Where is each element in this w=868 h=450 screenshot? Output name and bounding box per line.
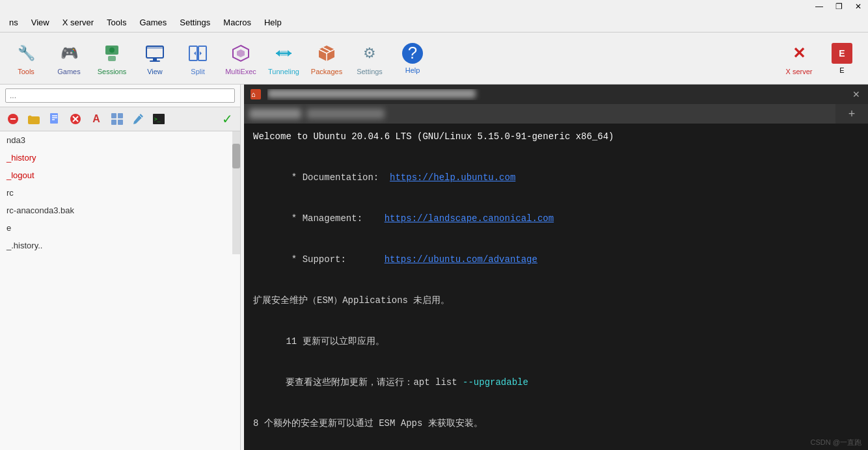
multiexec-icon bbox=[229, 42, 252, 65]
session-search-input[interactable] bbox=[5, 88, 235, 103]
session-tool-text-a[interactable]: A bbox=[87, 110, 105, 128]
terminal-upgradable-flag: --upgradable bbox=[463, 377, 528, 388]
session-item-label: _history bbox=[7, 153, 36, 163]
session-item-label: e bbox=[7, 223, 11, 233]
minimize-button[interactable]: — bbox=[809, 0, 829, 13]
svg-rect-1 bbox=[108, 56, 116, 61]
terminal-mgmt-label: * Management: bbox=[286, 213, 384, 224]
svg-rect-30 bbox=[118, 113, 123, 118]
session-search-area bbox=[0, 85, 240, 107]
terminal-line-empty3 bbox=[253, 308, 859, 321]
terminal-window: ⌂ ✕ + Welcome to Ubuntu 20.04.6 LTS (GNU… bbox=[244, 85, 868, 450]
terminal-doc-link[interactable]: https://help.ubuntu.com bbox=[390, 172, 515, 183]
menu-tools[interactable]: Tools bbox=[100, 15, 133, 30]
svg-rect-5 bbox=[153, 58, 157, 60]
menu-games[interactable]: Games bbox=[133, 15, 173, 30]
tunneling-icon bbox=[272, 42, 295, 65]
toolbar-settings-label: Settings bbox=[357, 68, 383, 75]
session-tool-folder[interactable] bbox=[25, 110, 43, 128]
session-scrollbar-track[interactable] bbox=[232, 131, 240, 254]
svg-rect-15 bbox=[280, 51, 288, 56]
session-item-label: rc bbox=[7, 188, 14, 198]
help-icon: ? bbox=[402, 43, 423, 64]
svg-marker-11 bbox=[200, 51, 202, 55]
terminal-line-doc: * Documentation: https://help.ubuntu.com bbox=[253, 157, 859, 198]
toolbar-extra-button[interactable]: E E bbox=[821, 35, 863, 82]
session-item-label: _logout bbox=[7, 170, 34, 180]
toolbar-multiexec-button[interactable]: MultiExec bbox=[220, 35, 262, 82]
split-icon bbox=[186, 42, 210, 65]
toolbar-multiexec-label: MultiExec bbox=[225, 68, 256, 75]
terminal-header-blurred bbox=[244, 104, 835, 124]
xserver-icon: ✕ bbox=[787, 42, 811, 65]
toolbar-games-button[interactable]: 🎮 Games bbox=[48, 35, 90, 82]
session-tool-close-x[interactable] bbox=[66, 110, 85, 128]
session-item-logout[interactable]: _logout bbox=[0, 166, 240, 184]
close-button[interactable]: ✕ bbox=[848, 0, 868, 13]
toolbar-settings-button[interactable]: ⚙ Settings bbox=[349, 35, 390, 82]
session-list: nda3 _history _logout rc rc-anaconda3.ba… bbox=[0, 131, 240, 445]
terminal-line-mgmt: * Management: https://landscape.canonica… bbox=[253, 198, 859, 239]
terminal-close-button[interactable]: ✕ bbox=[850, 88, 863, 101]
terminal-line-empty1 bbox=[253, 144, 859, 157]
svg-rect-31 bbox=[111, 120, 116, 125]
terminal-line-updates: 11 更新可以立即应用。 bbox=[253, 321, 859, 362]
menu-help[interactable]: Help bbox=[258, 15, 288, 30]
toolbar-packages-button[interactable]: Packages bbox=[306, 35, 347, 82]
session-item-history2[interactable]: _.history.. bbox=[0, 237, 240, 254]
games-icon: 🎮 bbox=[57, 42, 81, 65]
menu-ns[interactable]: ns bbox=[3, 15, 25, 30]
terminal-support-link[interactable]: https://ubuntu.com/advantage bbox=[385, 254, 537, 265]
sessions-icon bbox=[100, 42, 124, 65]
terminal-line-empty2 bbox=[253, 280, 859, 294]
toolbar-xserver-button[interactable]: ✕ X server bbox=[778, 35, 820, 82]
svg-marker-14 bbox=[276, 50, 280, 57]
terminal-line-support: * Support: https://ubuntu.com/advantage bbox=[253, 239, 859, 280]
terminal-content-area[interactable]: Welcome to Ubuntu 20.04.6 LTS (GNU/Linux… bbox=[244, 124, 868, 437]
session-item-e[interactable]: e bbox=[0, 219, 240, 237]
terminal-titlebar: ⌂ ✕ bbox=[244, 85, 868, 104]
toolbar-tunneling-button[interactable]: Tunneling bbox=[263, 35, 305, 82]
svg-marker-10 bbox=[194, 51, 196, 55]
svg-text:⌂: ⌂ bbox=[251, 90, 256, 99]
session-item-rc-anaconda3-bak[interactable]: rc-anaconda3.bak bbox=[0, 202, 240, 219]
toolbar-packages-label: Packages bbox=[311, 68, 342, 75]
terminal-doc-label: * Documentation: bbox=[286, 172, 390, 183]
menu-xserver[interactable]: X server bbox=[56, 15, 100, 30]
svg-point-2 bbox=[109, 47, 115, 53]
terminal-add-tab-button[interactable]: + bbox=[844, 106, 860, 122]
session-tool-grid[interactable] bbox=[108, 110, 126, 128]
toolbar-sessions-button[interactable]: Sessions bbox=[91, 35, 133, 82]
title-bar: — ❐ ✕ bbox=[803, 0, 868, 13]
restore-button[interactable]: ❐ bbox=[829, 0, 848, 13]
terminal-updates-text: 11 更新可以立即应用。 bbox=[286, 336, 384, 347]
session-tool-doc[interactable] bbox=[46, 110, 64, 128]
terminal-mgmt-link[interactable]: https://landscape.canonical.com bbox=[385, 213, 554, 224]
session-item-history[interactable]: _history bbox=[0, 149, 240, 166]
toolbar-tools-button[interactable]: 🔧 Tools bbox=[5, 35, 47, 82]
menu-bar: ns View X server Tools Games Settings Ma… bbox=[0, 13, 868, 33]
menu-settings[interactable]: Settings bbox=[173, 15, 217, 30]
packages-icon bbox=[315, 42, 338, 65]
toolbar-view-label: View bbox=[147, 68, 163, 75]
svg-rect-29 bbox=[111, 113, 116, 118]
svg-rect-21 bbox=[28, 116, 33, 118]
session-item-nda3[interactable]: nda3 bbox=[0, 131, 240, 149]
session-scrollbar-thumb[interactable] bbox=[232, 144, 240, 168]
svg-text:>_: >_ bbox=[154, 116, 161, 122]
terminal-line-welcome: Welcome to Ubuntu 20.04.6 LTS (GNU/Linux… bbox=[253, 130, 859, 144]
toolbar-help-button[interactable]: ? Help bbox=[392, 35, 433, 82]
terminal-title-text bbox=[267, 89, 845, 100]
toolbar-split-button[interactable]: Split bbox=[177, 35, 219, 82]
svg-marker-13 bbox=[288, 50, 292, 57]
session-tool-terminal[interactable]: >_ bbox=[150, 110, 168, 128]
terminal-support-label: * Support: bbox=[286, 254, 384, 265]
toolbar-xserver-label: X server bbox=[786, 68, 813, 75]
toolbar-view-button[interactable]: View bbox=[134, 35, 176, 82]
menu-macros[interactable]: Macros bbox=[217, 15, 258, 30]
terminal-upgradable-prefix: 要查看这些附加更新，请运行：apt list bbox=[286, 377, 463, 388]
session-tool-pencil[interactable] bbox=[129, 110, 147, 128]
session-item-rc[interactable]: rc bbox=[0, 184, 240, 202]
menu-view[interactable]: View bbox=[25, 15, 56, 30]
session-tool-red-circle[interactable] bbox=[4, 110, 22, 128]
